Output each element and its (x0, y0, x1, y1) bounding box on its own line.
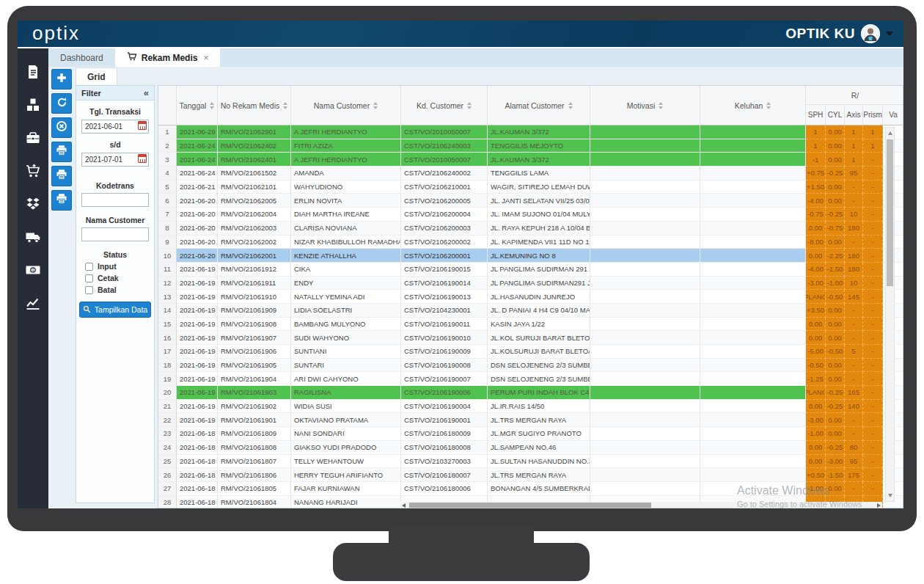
sort-icon[interactable] (766, 102, 771, 109)
sort-icon[interactable] (659, 102, 663, 109)
scroll-up-arrow[interactable] (888, 131, 892, 135)
col-header-keluhan[interactable]: Keluhan (700, 86, 806, 125)
sidebar-item-delivery[interactable] (23, 230, 43, 247)
table-row[interactable]: 13 2021-06-19 RM/VO/21061910 NATALLY YEM… (158, 290, 903, 304)
sidebar-item-inventory[interactable] (23, 197, 43, 214)
table-row[interactable]: 11 2021-06-19 RM/VO/21061912 CIKA CST/VO… (158, 263, 903, 277)
tab-grid[interactable]: Grid (76, 67, 117, 85)
table-row[interactable]: 4 2021-06-24 RM/VO/21061502 AMANDA CST/V… (158, 167, 903, 180)
collapse-icon[interactable]: « (144, 87, 149, 98)
cell-tanggal: 2021-06-19 (177, 331, 218, 345)
table-row[interactable]: 27 2021-06-18 RM/VO/21061805 FAJAR KURNI… (158, 482, 903, 496)
scroll-down-arrow[interactable] (888, 494, 892, 497)
table-row[interactable]: 2 2021-06-24 RM/VO/21062402 FITRI AZIZA … (158, 139, 903, 153)
col-header-axis[interactable]: Axis (845, 105, 863, 125)
scroll-right-arrow[interactable] (877, 503, 881, 508)
col-header-rownum[interactable] (158, 86, 177, 125)
col-header-nama-customer[interactable]: Nama Customer (291, 86, 401, 125)
avatar[interactable] (861, 24, 880, 43)
refresh-button[interactable] (51, 93, 72, 114)
cell-motivasi (590, 139, 700, 153)
sidebar-item-sales[interactable] (23, 164, 43, 181)
table-row[interactable]: 19 2021-06-19 RM/VO/21061904 ARI DWI CAH… (158, 372, 903, 386)
nama-customer-input[interactable] (81, 227, 149, 241)
cell-axis: 145 (845, 290, 863, 304)
account-menu[interactable]: OPTIK KU (785, 24, 893, 43)
table-row[interactable]: 15 2021-06-19 RM/VO/21061908 BAMBANG MUL… (158, 318, 903, 332)
table-row[interactable]: 21 2021-06-19 RM/VO/21061902 WIDIA SUSI … (158, 400, 903, 414)
table-row[interactable]: 20 2021-06-19 RM/VO/21061903 RAGILISNA C… (158, 386, 903, 400)
table-row[interactable]: 12 2021-06-19 RM/VO/21061911 ENDY CST/VO… (158, 277, 903, 291)
sidebar-item-cash[interactable]: 1 (23, 263, 43, 280)
cancel-button[interactable] (51, 117, 72, 138)
tab-dashboard[interactable]: Dashboard (48, 48, 115, 67)
print-button-1[interactable] (51, 142, 72, 162)
col-header-va[interactable]: Va (883, 105, 903, 125)
cell-tanggal: 2021-06-21 (177, 180, 218, 194)
sort-icon[interactable] (467, 102, 472, 109)
horizontal-scrollbar[interactable] (400, 502, 882, 508)
cell-keluhan (700, 194, 806, 208)
scroll-left-arrow[interactable] (402, 503, 406, 508)
table-row[interactable]: 8 2021-06-20 RM/VO/21062003 CLARISA NOVI… (158, 222, 903, 236)
table-row[interactable]: 25 2021-06-18 RM/VO/21061807 TELLY WEHAN… (158, 455, 903, 469)
col-header-no-rekam-medis[interactable]: No Rekam Medis (218, 86, 291, 125)
row-number: 13 (158, 290, 177, 304)
col-header-motivasi[interactable]: Motivasi (590, 86, 700, 125)
sidebar-item-toolbox[interactable] (23, 131, 43, 148)
calendar-icon[interactable] (138, 154, 147, 163)
cell-alamat-customer: TENGGILIS MEJOYTO (488, 139, 590, 153)
col-header-prism[interactable]: Prism (863, 105, 883, 125)
tampilkan-data-button[interactable]: Tampilkan Data (79, 302, 151, 318)
col-header-tanggal[interactable]: Tanggal (177, 86, 218, 125)
cell-sph: -0.75 (806, 208, 826, 222)
vertical-scrollbar[interactable] (885, 127, 895, 502)
cell-keluhan (700, 167, 806, 180)
table-row[interactable]: 10 2021-06-20 RM/VO/21062001 KENZIE ATHA… (158, 249, 903, 263)
table-row[interactable]: 24 2021-06-18 RM/VO/21061808 GIAKSO YUDI… (158, 441, 903, 455)
print-button-3[interactable] (51, 190, 72, 211)
sidebar-item-reports[interactable] (23, 296, 43, 313)
checkbox-cetak[interactable] (85, 274, 93, 282)
table-row[interactable]: 18 2021-06-19 RM/VO/21061905 SUNTARI CST… (158, 359, 903, 373)
sort-icon[interactable] (283, 102, 287, 109)
checkbox-batal[interactable] (85, 286, 93, 294)
sidebar-item-products[interactable] (23, 98, 43, 115)
checkbox-input[interactable] (85, 263, 93, 271)
cell-cyl: 0.00 (826, 318, 845, 332)
calendar-icon[interactable] (138, 121, 147, 130)
add-button[interactable] (51, 69, 72, 90)
kodetrans-input[interactable] (81, 193, 149, 207)
chevron-down-icon[interactable] (886, 32, 893, 36)
sort-icon[interactable] (210, 102, 214, 109)
col-header-alamat-customer[interactable]: Alamat Customer (488, 86, 590, 125)
monitor-bezel: optix OPTIK KU 1 Dashboard (7, 6, 917, 531)
table-row[interactable]: 9 2021-06-20 RM/VO/21062002 NIZAR KHABIB… (158, 236, 903, 249)
scrollbar-thumb[interactable] (887, 139, 893, 286)
table-row[interactable]: 6 2021-06-20 RM/VO/21062005 ERLIN NOVITA… (158, 194, 903, 208)
table-row[interactable]: 26 2021-06-18 RM/VO/21061806 HERRY TEGUH… (158, 468, 903, 482)
col-header-kd-customer[interactable]: Kd. Customer (401, 86, 488, 125)
sort-icon[interactable] (568, 102, 573, 109)
cell-alamat-customer: JL.KAUMAN 3/372 (488, 125, 590, 139)
col-header-cyl[interactable]: CYL (826, 105, 845, 125)
table-row[interactable]: 14 2021-06-19 RM/VO/21061909 LIDIA SOELA… (158, 304, 903, 318)
sort-icon[interactable] (373, 102, 378, 109)
table-row[interactable]: 3 2021-06-24 RM/VO/21062401 A JEFRI HERD… (158, 153, 903, 167)
table-row[interactable]: 5 2021-06-21 RM/VO/21062101 WAHYUDIONO C… (158, 180, 903, 194)
col-header-sph[interactable]: SPH (806, 105, 826, 125)
table-row[interactable]: 23 2021-06-18 RM/VO/21061809 NANI SONDAR… (158, 427, 903, 441)
scrollbar-thumb[interactable] (409, 503, 651, 508)
tab-rekam-medis[interactable]: Rekam Medis × (115, 48, 221, 67)
table-row[interactable]: 17 2021-06-19 RM/VO/21061906 SUNTIANI CS… (158, 345, 903, 359)
table-row[interactable]: 22 2021-06-19 RM/VO/21061901 OKTAVIANO P… (158, 413, 903, 427)
table-row[interactable]: 1 2021-06-29 RM/VO/21062901 A JEFRI HERD… (158, 125, 903, 139)
table-row[interactable]: 16 2021-06-19 RM/VO/21061907 SUDI WAHYON… (158, 331, 903, 345)
cell-kd-customer: CST/VO/2106200005 (401, 194, 488, 208)
cell-sph: +0.50 (806, 468, 826, 482)
print-button-2[interactable] (51, 166, 72, 186)
table-row[interactable]: 7 2021-06-20 RM/VO/21062004 DIAH MARTHA … (158, 208, 903, 222)
cell-alamat-customer: JL. IMAM SUJONO 01/04 MULYOREJO (488, 208, 590, 222)
sidebar-item-document[interactable] (23, 65, 43, 82)
close-icon[interactable]: × (203, 53, 208, 63)
